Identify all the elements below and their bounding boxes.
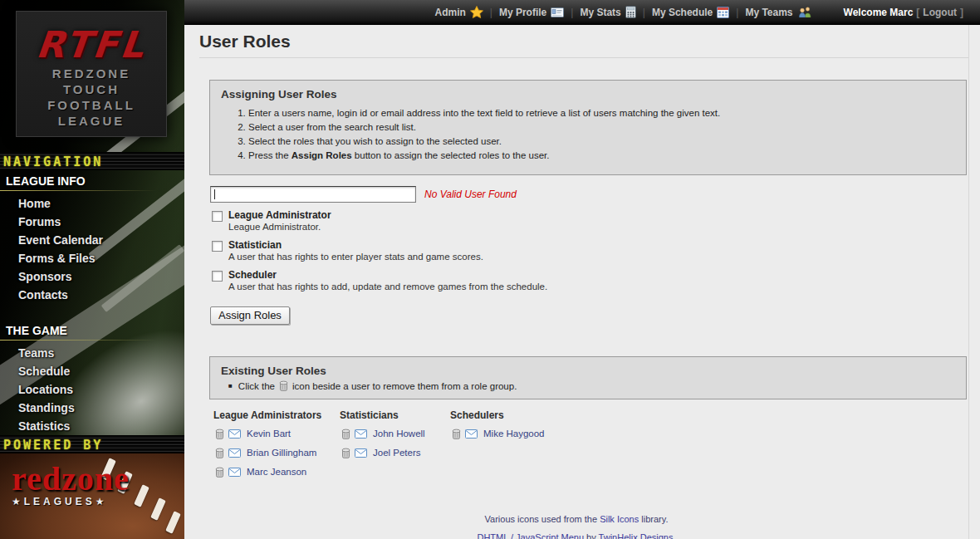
topbar-my-stats[interactable]: My Stats	[580, 6, 635, 18]
sidebar: RTFL REDZONE TOUCH FOOTBALL LEAGUE NAVIG…	[0, 0, 184, 539]
step-item: Select a user from the search result lis…	[248, 122, 966, 133]
topbar-my-schedule-label: My Schedule	[652, 7, 713, 18]
role-option-scheduler: Scheduler A user that has rights to add,…	[212, 269, 980, 292]
group-league-administrators: League Administrators Kevin Bart Brian G…	[213, 409, 340, 485]
sidebar-section-title: LEAGUE INFO	[0, 174, 184, 188]
football-lace	[165, 511, 181, 533]
footer-text: Various icons used from the	[485, 514, 600, 524]
email-user-icon[interactable]	[355, 429, 371, 439]
email-user-icon[interactable]	[465, 429, 482, 439]
sidebar-item-statistics[interactable]: Statistics	[0, 420, 184, 432]
role-checkbox-statistician[interactable]	[212, 241, 223, 252]
footer-text: .	[673, 532, 675, 539]
rtfl-logo-line: FOOTBALL	[17, 97, 166, 113]
step4-prefix: Press the	[248, 150, 292, 160]
delete-user-icon[interactable]	[452, 429, 465, 439]
delete-user-icon[interactable]	[341, 448, 355, 458]
separator: |	[571, 7, 573, 18]
step4-suffix: button to assign the selected roles to t…	[352, 150, 550, 160]
user-row: John Howell	[341, 428, 450, 439]
content-edge-divider	[968, 25, 969, 539]
topbar: Admin | My Profile | My Stats | My Sched…	[184, 0, 980, 25]
group-schedulers: Schedulers Mike Haygood	[450, 409, 616, 485]
email-user-icon[interactable]	[355, 448, 371, 458]
topbar-my-profile[interactable]: My Profile	[499, 7, 564, 18]
sidebar-item-locations[interactable]: Locations	[0, 384, 184, 395]
powered-by-banner: POWERED BY	[0, 435, 184, 453]
existing-role-groups: League Administrators Kevin Bart Brian G…	[213, 409, 980, 485]
group-statisticians: Statisticians John Howell Joel Peters	[340, 409, 450, 485]
role-checkbox-scheduler[interactable]	[212, 271, 223, 282]
delete-user-icon[interactable]	[341, 429, 355, 439]
step-item: Press the Assign Roles button to assign …	[248, 150, 966, 161]
step4-bold: Assign Roles	[292, 150, 352, 160]
silk-icons-link[interactable]: Silk Icons	[600, 514, 639, 524]
dhtml-menu-link[interactable]: DHTML / JavaScript Menu	[477, 532, 584, 539]
sidebar-item-forms-files[interactable]: Forms & Files	[0, 252, 184, 264]
user-row: Kevin Bart	[215, 428, 340, 439]
user-search-input[interactable]	[210, 186, 416, 203]
topbar-admin-label: Admin	[434, 7, 465, 18]
calendar-icon	[717, 7, 729, 18]
topbar-my-profile-label: My Profile	[499, 7, 546, 18]
user-name-link[interactable]: Kevin Bart	[247, 429, 291, 439]
logout-link[interactable]: Logout	[923, 7, 957, 18]
role-option-statistician: Statistician A user that has rights to e…	[212, 239, 980, 262]
sidebar-item-contacts[interactable]: Contacts	[0, 289, 184, 301]
topbar-my-teams[interactable]: My Teams	[745, 7, 811, 18]
delete-user-icon[interactable]	[215, 467, 228, 478]
email-user-icon[interactable]	[228, 468, 245, 477]
existing-help-line: ■ Click the icon beside a user to remove…	[228, 380, 966, 391]
group-title: Schedulers	[450, 409, 616, 421]
user-search-row: No Valid User Found	[210, 186, 980, 203]
assigning-steps-list: Enter a users name, login id or email ad…	[230, 108, 966, 161]
delete-user-icon[interactable]	[215, 448, 228, 458]
sidebar-item-sponsors[interactable]: Sponsors	[0, 271, 184, 282]
title-divider	[199, 57, 968, 58]
football-lace	[134, 484, 149, 507]
rtfl-logo-acronym: RTFL	[14, 23, 168, 66]
topbar-my-stats-label: My Stats	[580, 7, 620, 18]
role-option-league-administrator: League Administrator League Administrato…	[212, 209, 980, 233]
topbar-my-teams-label: My Teams	[745, 7, 792, 18]
twinhelix-link[interactable]: TwinHelix Designs	[599, 532, 674, 539]
user-name-link[interactable]: Marc Jeanson	[247, 467, 306, 477]
sidebar-item-schedule[interactable]: Schedule	[0, 365, 184, 377]
calculator-icon	[625, 6, 636, 18]
sidebar-section-league-info: LEAGUE INFO Home Forums Event Calendar F…	[0, 174, 184, 301]
step-item: Select the roles that you wish to assign…	[248, 136, 966, 147]
sidebar-item-home[interactable]: Home	[0, 198, 184, 209]
logout-bracket: [	[916, 7, 919, 18]
sidebar-item-event-calendar[interactable]: Event Calendar	[0, 234, 184, 246]
delete-user-icon[interactable]	[215, 429, 228, 439]
user-name-link[interactable]: Joel Peters	[373, 448, 421, 458]
sidebar-section-the-game: THE GAME Teams Schedule Locations Standi…	[0, 324, 184, 432]
user-row: Joel Peters	[341, 447, 450, 458]
separator: |	[490, 7, 492, 18]
page-footer: Various icons used from the Silk Icons l…	[184, 514, 968, 539]
user-name-link[interactable]: Mike Haygood	[483, 429, 545, 439]
email-user-icon[interactable]	[228, 429, 245, 439]
help-suffix: icon beside a user to remove them from a…	[292, 381, 517, 391]
topbar-my-schedule[interactable]: My Schedule	[652, 7, 729, 18]
sidebar-item-teams[interactable]: Teams	[0, 347, 184, 359]
football-lace	[150, 497, 166, 520]
assigning-user-roles-box: Assigning User Roles Enter a users name,…	[209, 80, 967, 175]
sidebar-item-standings[interactable]: Standings	[0, 402, 184, 414]
sidebar-item-forums[interactable]: Forums	[0, 216, 184, 228]
separator: |	[736, 7, 738, 18]
role-checkbox-league-administrator[interactable]	[212, 211, 223, 222]
user-name-link[interactable]: John Howell	[373, 429, 425, 439]
email-user-icon[interactable]	[228, 448, 245, 458]
user-name-link[interactable]: Brian Gillingham	[247, 448, 316, 458]
vcard-icon	[551, 7, 564, 17]
assign-roles-button[interactable]: Assign Roles	[210, 306, 290, 325]
footer-text: by	[584, 532, 599, 539]
sidebar-footer: redzone ★LEAGUES★	[0, 453, 184, 539]
no-valid-user-message: No Valid User Found	[424, 189, 517, 200]
separator: |	[643, 7, 645, 18]
redzone-leagues-logo: redzone ★LEAGUES★	[12, 463, 130, 507]
navigation-banner: NAVIGATION	[0, 152, 184, 170]
topbar-admin[interactable]: Admin	[434, 6, 483, 18]
page-title: User Roles	[199, 32, 980, 51]
